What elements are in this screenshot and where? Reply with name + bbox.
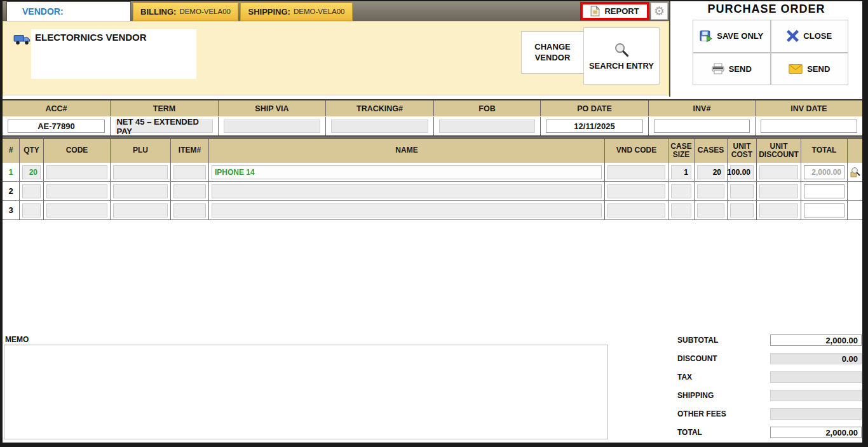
- settings-button[interactable]: ⚙: [651, 3, 668, 20]
- report-button[interactable]: REPORT: [580, 2, 649, 20]
- close-button[interactable]: CLOSE: [771, 20, 849, 53]
- col-case-size: CASE SIZE: [668, 137, 695, 163]
- cases-input[interactable]: [697, 203, 724, 217]
- unit-discount-input[interactable]: [759, 184, 798, 198]
- col-cases: CASES: [695, 137, 728, 163]
- search-entry-button[interactable]: SEARCH ENTRY: [583, 27, 660, 85]
- printer-icon: [712, 63, 724, 74]
- memo-textarea[interactable]: [4, 345, 608, 439]
- tax-label: TAX: [677, 373, 770, 382]
- send-print-label: SEND: [729, 64, 752, 74]
- unit-cost-input[interactable]: 100.00: [730, 165, 754, 179]
- send-print-button[interactable]: SEND: [693, 53, 771, 86]
- close-label: CLOSE: [803, 31, 832, 41]
- plu-input[interactable]: [113, 165, 168, 179]
- plu-input[interactable]: [113, 184, 168, 198]
- col-unit-discount: UNIT DISCOUNT: [757, 137, 801, 163]
- discount-label: DISCOUNT: [677, 354, 770, 363]
- item-number-input[interactable]: [173, 203, 206, 217]
- row-number: 2: [3, 182, 20, 201]
- vnd-code-input[interactable]: [607, 165, 665, 179]
- truck-icon: [13, 32, 31, 46]
- unit-cost-input[interactable]: [730, 184, 754, 198]
- magnifier-icon: [614, 42, 629, 57]
- qty-input[interactable]: 20: [22, 165, 41, 179]
- row-number: 1: [3, 163, 20, 182]
- x-icon: [787, 30, 799, 42]
- vendor-name-box: ELECTORNICS VENDOR: [31, 29, 196, 79]
- total-label: TOTAL: [677, 428, 770, 437]
- col-fob: FOB: [434, 100, 541, 116]
- tab-shipping[interactable]: SHIPPING: DEMO-VELA00: [240, 3, 353, 21]
- gear-icon: ⚙: [654, 4, 665, 18]
- code-input[interactable]: [46, 165, 107, 179]
- row-total-input[interactable]: 2,000.00: [804, 165, 844, 179]
- vnd-code-input[interactable]: [607, 184, 665, 198]
- case-size-input[interactable]: 1: [671, 165, 691, 179]
- other-fees-input[interactable]: [770, 408, 862, 420]
- change-vendor-button[interactable]: CHANGE VENDOR: [521, 31, 584, 74]
- unit-cost-input[interactable]: [730, 203, 754, 217]
- code-input[interactable]: [46, 184, 107, 198]
- floppy-disk-icon: [700, 30, 712, 43]
- cases-input[interactable]: 20: [697, 165, 724, 179]
- send-email-button[interactable]: SEND: [771, 53, 849, 86]
- name-input[interactable]: [212, 184, 602, 198]
- shipping-input[interactable]: [770, 390, 862, 401]
- acc-input[interactable]: AE-77890: [8, 120, 104, 133]
- po-date-input[interactable]: 12/11/2025: [546, 120, 642, 133]
- subtotal-label: SUBTOTAL: [677, 336, 770, 345]
- row-number: 3: [3, 201, 20, 220]
- code-input[interactable]: [46, 203, 107, 217]
- tab-vendor[interactable]: VENDOR:: [6, 1, 131, 21]
- order-fields: ACC# TERM SHIP VIA TRACKING# FOB PO DATE…: [3, 99, 862, 137]
- tab-billing[interactable]: BILLING: DEMO-VELA00: [133, 3, 238, 21]
- name-input[interactable]: [212, 203, 602, 217]
- top-tab-bar: VENDOR: BILLING: DEMO-VELA00 SHIPPING: D…: [3, 1, 669, 21]
- col-inv-date: INV DATE: [756, 100, 862, 116]
- col-unit-cost: UNIT COST: [728, 137, 757, 163]
- unit-discount-input[interactable]: [759, 203, 798, 217]
- term-input[interactable]: NET 45 – EXTENDED PAY: [116, 120, 212, 133]
- envelope-icon: [789, 64, 803, 74]
- other-fees-label: OTHER FEES: [677, 409, 770, 418]
- billing-value: DEMO-VELA00: [179, 8, 231, 15]
- purchase-order-panel: PURCHASE ORDER SAVE ONLY CLOSE SEND: [669, 1, 862, 97]
- ship-via-input[interactable]: [224, 120, 320, 133]
- subtotal-input[interactable]: 2,000.00: [770, 334, 862, 346]
- action-button-grid: SAVE ONLY CLOSE SEND SEND: [693, 20, 848, 85]
- table-row: 1 20 IPHONE 14 1 20 100.00 2,000.00: [3, 163, 862, 182]
- total-input[interactable]: 2,000.00: [770, 427, 862, 438]
- change-vendor-line2: VENDOR: [535, 53, 571, 63]
- qty-input[interactable]: [22, 184, 41, 198]
- qty-input[interactable]: [22, 203, 41, 217]
- col-po-date: PO DATE: [541, 100, 649, 116]
- case-size-input[interactable]: [671, 184, 691, 198]
- item-number-input[interactable]: [173, 165, 206, 179]
- col-ship-via: SHIP VIA: [219, 100, 326, 116]
- plu-input[interactable]: [113, 203, 168, 217]
- col-qty: QTY: [20, 137, 44, 163]
- unit-discount-input[interactable]: [759, 165, 798, 179]
- shipping-label: SHIPPING:: [248, 7, 290, 17]
- table-row: 3: [3, 201, 862, 220]
- save-only-button[interactable]: SAVE ONLY: [693, 20, 771, 53]
- tracking-input[interactable]: [331, 120, 428, 133]
- vnd-code-input[interactable]: [607, 203, 665, 217]
- cases-input[interactable]: [697, 184, 724, 198]
- row-total-input[interactable]: [804, 184, 844, 198]
- memo-label: MEMO: [5, 335, 29, 344]
- fob-input[interactable]: [439, 120, 534, 133]
- inv-date-input[interactable]: [761, 120, 857, 133]
- discount-input[interactable]: 0.00: [770, 353, 862, 364]
- row-lookup-button[interactable]: [849, 165, 862, 179]
- page-title: PURCHASE ORDER: [670, 3, 862, 16]
- tax-input[interactable]: [770, 371, 862, 383]
- col-num: #: [3, 137, 20, 163]
- item-number-input[interactable]: [173, 184, 206, 198]
- row-total-input[interactable]: [804, 203, 844, 217]
- inv-input[interactable]: [654, 120, 749, 133]
- name-input[interactable]: IPHONE 14: [212, 165, 602, 179]
- case-size-input[interactable]: [671, 203, 691, 217]
- vendor-panel: ELECTORNICS VENDOR CHANGE VENDOR SEARCH …: [3, 21, 669, 95]
